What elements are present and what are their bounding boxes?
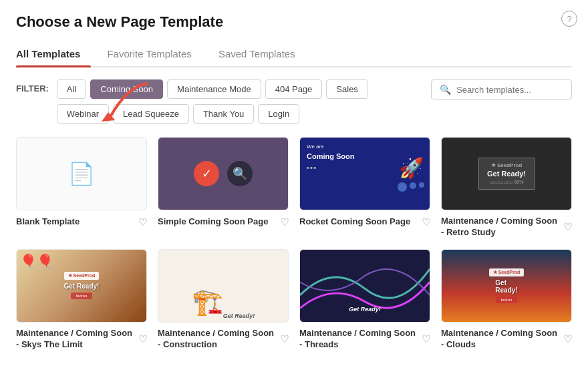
tab-favorite-templates[interactable]: Favorite Templates	[107, 43, 202, 66]
templates-grid: 📄 Blank Template ♡ ✓ 🔍 Simple Coming Soo…	[16, 137, 572, 351]
template-card-simple-cs[interactable]: ✓ 🔍 Simple Coming Soon Page ♡	[158, 137, 289, 238]
construction-get-ready: Get Ready!	[223, 313, 255, 319]
filter-btn-404[interactable]: 404 Page	[265, 79, 323, 99]
tab-saved-templates[interactable]: Saved Templates	[218, 43, 306, 66]
help-icon[interactable]: ?	[561, 11, 577, 27]
page-title: Choose a New Page Template	[16, 13, 572, 31]
tabs-row: All Templates Favorite Templates Saved T…	[16, 43, 572, 67]
template-card-clouds[interactable]: ★ SeedProd GetReady! button Maintenance …	[441, 249, 572, 351]
search-box[interactable]: 🔍	[431, 79, 572, 100]
threads-get-ready: Get Ready!	[349, 306, 381, 313]
template-name-clouds: Maintenance / Coming Soon - Clouds	[441, 328, 561, 351]
filter-btn-coming-soon[interactable]: Coming Soon	[90, 79, 163, 99]
template-name-simple-cs: Simple Coming Soon Page	[158, 216, 268, 228]
heart-icon-threads[interactable]: ♡	[422, 333, 430, 346]
rocket-visual: 🚀	[398, 156, 424, 192]
thumbnail-clouds: ★ SeedProd GetReady! button	[441, 249, 572, 323]
template-name-row: Blank Template ♡	[16, 216, 147, 229]
template-name-construction: Maintenance / Coming Soon - Construction	[158, 328, 277, 351]
page-container: ? Choose a New Page Template All Templat…	[0, 0, 588, 361]
template-card-rocket[interactable]: We are Coming Soon ■ ■ ■ 🚀 Rocket Coming…	[299, 137, 430, 238]
template-card-construction[interactable]: 🏗️ Get Ready! Maintenance / Coming Soon …	[158, 249, 289, 351]
filter-search-row: FILTER: All Coming Soon Maintenance Mode…	[16, 79, 572, 124]
filter-btn-maintenance[interactable]: Maintenance Mode	[167, 79, 261, 99]
doc-icon: 📄	[68, 161, 95, 186]
thumbnail-rocket: We are Coming Soon ■ ■ ■ 🚀	[299, 137, 430, 210]
heart-icon-retro[interactable]: ♡	[563, 220, 572, 234]
rocket-text-area: We are Coming Soon ■ ■ ■	[307, 143, 355, 171]
search-input[interactable]	[456, 85, 563, 95]
filter-btn-lead-squeeze[interactable]: Lead Squeeze	[113, 104, 189, 124]
filter-btn-sales[interactable]: Sales	[326, 79, 368, 99]
thumbnail-blank: 📄	[16, 137, 147, 210]
filter-btn-webinar[interactable]: Webinar	[57, 104, 109, 124]
filter-row-1: All Coming Soon Maintenance Mode 404 Pag…	[57, 79, 368, 99]
filter-row-2: Webinar Lead Squeeze Thank You Login	[57, 104, 368, 124]
template-name-row: Maintenance / Coming Soon - Threads ♡	[299, 328, 430, 351]
template-card-retro[interactable]: ★ SeedProd Get Ready! ▭▭▭▭▭ 60% Maintena…	[441, 137, 572, 238]
template-name-threads: Maintenance / Coming Soon - Threads	[299, 328, 419, 351]
template-name-retro: Maintenance / Coming Soon - Retro Study	[441, 216, 561, 238]
template-name-skys: Maintenance / Coming Soon - Skys The Lim…	[16, 328, 136, 351]
filter-btn-thank-you[interactable]: Thank You	[193, 104, 254, 124]
template-card-threads[interactable]: Get Ready! Maintenance / Coming Soon - T…	[299, 249, 430, 351]
thumbnail-skys: 🎈🎈 ★ SeedProd Get Ready! button	[16, 249, 147, 323]
template-name-row: Maintenance / Coming Soon - Skys The Lim…	[16, 328, 147, 351]
heart-icon-blank[interactable]: ♡	[138, 216, 147, 229]
filter-btn-login[interactable]: Login	[258, 104, 299, 124]
search-circle: 🔍	[227, 161, 253, 186]
template-name-row: Maintenance / Coming Soon - Retro Study …	[441, 216, 572, 238]
tab-all-templates[interactable]: All Templates	[16, 43, 91, 66]
template-name-row: Maintenance / Coming Soon - Clouds ♡	[441, 328, 572, 351]
thumbnail-retro: ★ SeedProd Get Ready! ▭▭▭▭▭ 60%	[441, 137, 572, 210]
balloons-icon: 🎈🎈	[20, 253, 53, 269]
template-name-row: Simple Coming Soon Page ♡	[158, 216, 289, 229]
template-card-blank[interactable]: 📄 Blank Template ♡	[16, 137, 147, 238]
heart-icon-clouds[interactable]: ♡	[563, 333, 572, 346]
check-circle: ✓	[194, 161, 219, 186]
heart-icon-rocket[interactable]: ♡	[422, 216, 430, 229]
search-icon: 🔍	[440, 84, 451, 95]
heart-icon-skys[interactable]: ♡	[138, 333, 147, 346]
retro-badge: ★ SeedProd Get Ready! ▭▭▭▭▭ 60%	[478, 158, 535, 190]
thumbnail-threads: Get Ready!	[299, 249, 430, 323]
thumbnail-construction: 🏗️ Get Ready!	[158, 249, 289, 323]
template-card-skys[interactable]: 🎈🎈 ★ SeedProd Get Ready! button Maintena…	[16, 249, 147, 351]
filter-btn-all[interactable]: All	[57, 79, 86, 99]
template-name-row: Rocket Coming Soon Page ♡	[299, 216, 430, 229]
thumbnail-simple-cs: ✓ 🔍	[158, 137, 289, 210]
heart-icon-simple-cs[interactable]: ♡	[280, 216, 289, 229]
filter-label: FILTER:	[16, 79, 49, 93]
template-name-row: Maintenance / Coming Soon - Construction…	[158, 328, 289, 351]
heart-icon-construction[interactable]: ♡	[280, 333, 289, 346]
template-name-rocket: Rocket Coming Soon Page	[299, 216, 410, 228]
filter-rows: All Coming Soon Maintenance Mode 404 Pag…	[57, 79, 368, 124]
template-name-blank: Blank Template	[16, 216, 80, 228]
